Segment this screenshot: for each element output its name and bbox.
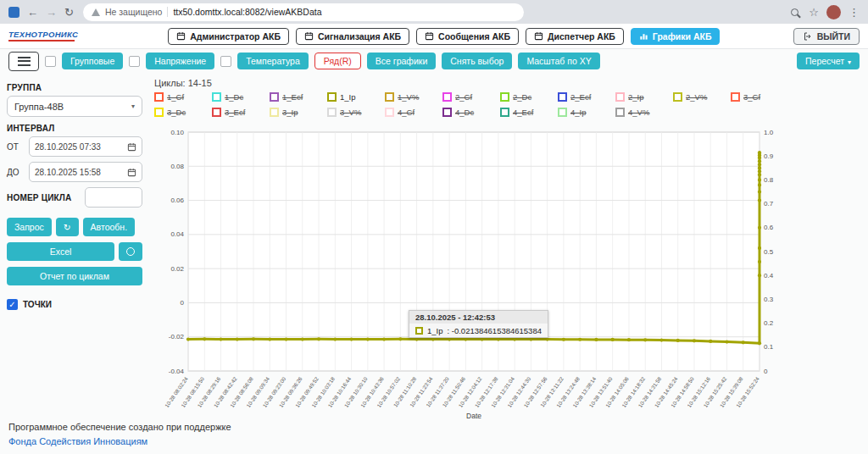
toolbar-button-напряжение[interactable]: Напряжение bbox=[146, 53, 214, 69]
legend-label: 4_V% bbox=[628, 108, 649, 117]
svg-text:0.7: 0.7 bbox=[764, 200, 774, 208]
toolbar-button-температура[interactable]: Температура bbox=[237, 53, 309, 69]
legend-item-3_V%[interactable]: 3_V% bbox=[327, 108, 373, 117]
legend-color-box bbox=[731, 92, 740, 102]
toolbar-checkbox-напряжение[interactable] bbox=[129, 56, 140, 67]
legend-color-box bbox=[558, 108, 567, 117]
logout-label: ВЫЙТИ bbox=[817, 31, 850, 42]
footer-link[interactable]: Фонда Содействия Инновациям bbox=[8, 436, 147, 446]
legend-item-1_Ecf[interactable]: 1_Ecf bbox=[270, 92, 315, 102]
address-bar[interactable]: Не защищено ttx50.domttx.local:8082/view… bbox=[83, 3, 524, 21]
toolbar-button-масштаб-по-xy[interactable]: Масштаб по XY bbox=[518, 53, 599, 69]
calendar-icon[interactable] bbox=[127, 142, 136, 152]
legend-item-4_Ip[interactable]: 4_Ip bbox=[558, 108, 604, 117]
legend-item-3_Ecf[interactable]: 3_Ecf bbox=[212, 108, 258, 117]
points-checkbox[interactable]: ✓ bbox=[7, 299, 18, 310]
logout-button[interactable]: ВЫЙТИ bbox=[793, 28, 860, 45]
legend-item-3_Ip[interactable]: 3_Ip bbox=[270, 108, 315, 117]
svg-text:1.0: 1.0 bbox=[764, 129, 774, 136]
svg-text:0.9: 0.9 bbox=[764, 152, 774, 160]
svg-text:0.02: 0.02 bbox=[170, 265, 184, 273]
legend-label: 4_Ecf bbox=[513, 108, 533, 117]
cycle-number-input[interactable] bbox=[85, 187, 142, 208]
legend-color-box bbox=[270, 92, 279, 102]
legend-color-box bbox=[442, 108, 452, 117]
legend-item-2_Ip[interactable]: 2_Ip bbox=[615, 92, 661, 102]
toolbar-checkbox-температура[interactable] bbox=[220, 56, 231, 67]
caret-down-icon: ▾ bbox=[848, 58, 851, 66]
legend-item-1_V%[interactable]: 1_V% bbox=[385, 92, 431, 102]
calendar-icon[interactable] bbox=[127, 168, 136, 177]
legend-item-2_Dc[interactable]: 2_Dc bbox=[500, 92, 546, 102]
zoom-icon[interactable] bbox=[791, 8, 798, 16]
footer-text: Программное обеспечение создано при подд… bbox=[8, 421, 231, 435]
nav-button-администратор-акб[interactable]: Администратор АКБ bbox=[168, 28, 289, 45]
svg-text:0.04: 0.04 bbox=[170, 230, 184, 238]
legend-item-4_Cf[interactable]: 4_Cf bbox=[385, 108, 431, 117]
autoupdate-button[interactable]: Автообн. bbox=[83, 218, 135, 236]
legend-item-4_Dc[interactable]: 4_Dc bbox=[442, 108, 488, 117]
chart-canvas[interactable]: 0.100.080.060.040.020-0.02-0.041.00.90.8… bbox=[154, 124, 798, 422]
legend-item-2_Ecf[interactable]: 2_Ecf bbox=[558, 92, 604, 102]
from-date-input[interactable]: 28.10.2025 07:33 bbox=[29, 136, 142, 157]
logo-text: ТЕХНОТРОНИКС bbox=[8, 30, 90, 39]
calendar-icon bbox=[425, 31, 434, 41]
nav-button-диспетчер-акб[interactable]: Диспетчер АКБ bbox=[526, 28, 624, 45]
cycles-report-button[interactable]: Отчет по циклам bbox=[7, 267, 142, 285]
points-label: ТОЧКИ bbox=[23, 300, 52, 309]
row-r-button[interactable]: Ряд(R) bbox=[314, 53, 361, 69]
legend-item-1_Dc[interactable]: 1_Dc bbox=[212, 92, 258, 102]
toolbar: ГрупповыеНапряжениеТемпература Ряд(R) Вс… bbox=[0, 49, 868, 73]
chart-legend: 1_Cf1_Dc1_Ecf1_Ip1_V%2_Cf2_Dc2_Ecf2_Ip2_… bbox=[154, 92, 798, 117]
toolbar-button-групповые[interactable]: Групповые bbox=[62, 53, 123, 69]
legend-item-1_Ip[interactable]: 1_Ip bbox=[327, 92, 373, 102]
reload-button[interactable]: ↻ bbox=[64, 7, 74, 18]
bookmark-star-icon[interactable]: ☆ bbox=[809, 7, 819, 18]
refresh-button[interactable]: ↻ bbox=[56, 218, 79, 236]
legend-item-2_V%[interactable]: 2_V% bbox=[673, 92, 719, 102]
nav-button-графики-акб[interactable]: Графики АКБ bbox=[631, 28, 721, 45]
legend-item-4_V%[interactable]: 4_V% bbox=[615, 108, 661, 117]
legend-color-box bbox=[615, 108, 625, 117]
menu-hamburger-button[interactable] bbox=[8, 52, 39, 71]
from-label: ОТ bbox=[7, 142, 24, 152]
chart-tooltip: 28.10.2025 - 12:42:53 1_Ip : -0.02138461… bbox=[409, 310, 548, 338]
legend-color-box bbox=[615, 92, 625, 102]
legend-label: 1_V% bbox=[398, 92, 419, 102]
footer: Программное обеспечение создано при подд… bbox=[8, 421, 231, 449]
group-label: ГРУППА bbox=[7, 83, 142, 92]
to-date-input[interactable]: 28.10.2025 15:58 bbox=[29, 162, 142, 182]
chart-section: Циклы: 14-15 1_Cf1_Dc1_Ecf1_Ip1_V%2_Cf2_… bbox=[142, 76, 861, 424]
legend-item-1_Cf[interactable]: 1_Cf bbox=[154, 92, 200, 102]
recalc-button[interactable]: Пересчет▾ bbox=[797, 53, 860, 69]
legend-item-4_Ecf[interactable]: 4_Ecf bbox=[500, 108, 546, 117]
nav-button-label: Диспетчер АКБ bbox=[548, 31, 615, 42]
nav-button-сообщения-акб[interactable]: Сообщения АКБ bbox=[416, 28, 519, 45]
toolbar-button-снять-выбор[interactable]: Снять выбор bbox=[442, 53, 512, 69]
to-label: ДО bbox=[7, 168, 24, 177]
group-select[interactable]: Группа-48В ▾ bbox=[7, 96, 142, 117]
toolbar-checkbox-групповые[interactable] bbox=[45, 56, 56, 67]
security-label[interactable]: Не защищено bbox=[105, 7, 163, 17]
sidebar: ГРУППА Группа-48В ▾ ИНТЕРВАЛ ОТ 28.10.20… bbox=[7, 76, 142, 424]
svg-text:0.6: 0.6 bbox=[764, 224, 774, 231]
excel-button[interactable]: Excel bbox=[7, 242, 114, 261]
toolbar-button-все-графики[interactable]: Все графики bbox=[367, 53, 436, 69]
browser-menu-icon[interactable]: ⋮ bbox=[849, 7, 860, 18]
nav-button-label: Сигнализация АКБ bbox=[318, 31, 401, 42]
cycles-range-label: Циклы: 14-15 bbox=[154, 78, 861, 88]
excel-settings-button[interactable] bbox=[119, 242, 142, 261]
legend-label: 4_Ip bbox=[570, 108, 587, 117]
legend-item-3_Dc[interactable]: 3_Dc bbox=[154, 108, 200, 117]
back-button[interactable]: ← bbox=[27, 7, 38, 18]
nav-button-label: Администратор АКБ bbox=[190, 31, 281, 42]
browser-profile-avatar[interactable] bbox=[826, 5, 841, 19]
legend-label: 1_Cf bbox=[167, 92, 184, 102]
legend-item-2_Cf[interactable]: 2_Cf bbox=[442, 92, 488, 102]
query-button[interactable]: Запрос bbox=[7, 218, 52, 236]
legend-color-box bbox=[385, 108, 394, 117]
legend-color-box bbox=[500, 92, 509, 102]
forward-button[interactable]: → bbox=[46, 7, 57, 18]
nav-button-сигнализация-акб[interactable]: Сигнализация АКБ bbox=[296, 28, 409, 45]
legend-item-3_Cf[interactable]: 3_Cf bbox=[731, 92, 776, 102]
